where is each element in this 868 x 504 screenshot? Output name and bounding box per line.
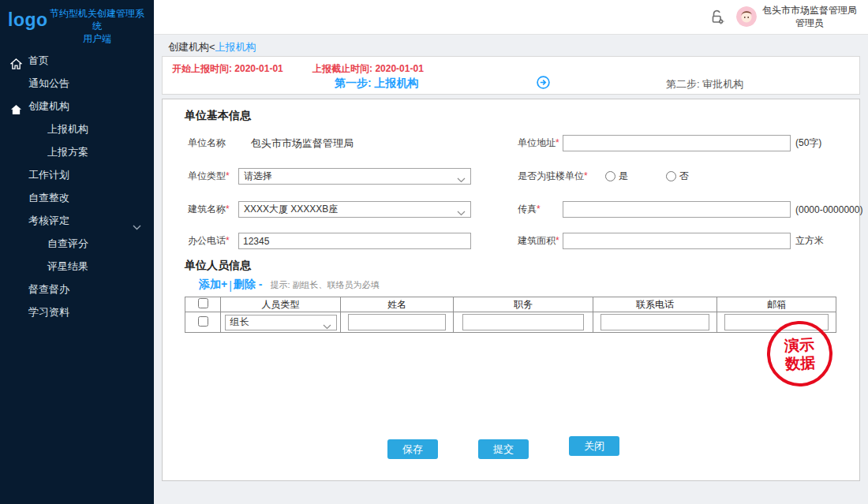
user-info: 包头市市场监督管理局 管理员 (762, 4, 857, 29)
sidebar-item-study-materials[interactable]: 学习资料 (0, 301, 154, 323)
office-phone-input[interactable] (238, 233, 471, 249)
form-row: 建筑名称* XXXX大厦 XXXXXB座 传真* (0000-0000000) (188, 200, 844, 218)
required-star: * (226, 235, 230, 246)
building-name-select[interactable]: XXXX大厦 XXXXXB座 (238, 201, 471, 218)
fax-input[interactable] (563, 201, 791, 218)
add-row-button[interactable]: 添加+ (199, 278, 227, 292)
staff-hint: 提示: 副组长、联络员为必填 (270, 279, 379, 292)
unit-type-selected: 请选择 (244, 170, 272, 183)
col-header-name: 姓名 (341, 297, 454, 312)
avatar[interactable] (736, 6, 757, 27)
building-area-suffix: 立方米 (795, 234, 824, 248)
radio-no-input[interactable] (666, 171, 676, 181)
sidebar-item-label: 学习资料 (28, 306, 69, 318)
required-star: * (556, 235, 559, 246)
form-row: 办公电话* 建筑面积* 立方米 (188, 232, 844, 250)
sidebar-item-home[interactable]: 首页 (0, 49, 154, 72)
sidebar-item-supervision[interactable]: 督查督办 (0, 278, 154, 301)
unit-address-input[interactable] (563, 135, 791, 151)
stamp-line1: 演示 (784, 335, 814, 355)
building-name-label: 建筑名称* (188, 203, 238, 216)
building-area-input[interactable] (563, 233, 791, 249)
staff-toolbar: 添加+ | 删除 - 提示: 副组长、联络员为必填 (199, 278, 380, 292)
start-date-value: 2020-01-01 (234, 63, 282, 74)
sidebar-item-label: 督查督办 (28, 283, 69, 295)
radio-yes[interactable]: 是 (605, 170, 628, 183)
required-star: * (584, 170, 588, 181)
submit-button[interactable]: 提交 (478, 439, 529, 459)
unit-address-label: 单位地址* (518, 136, 563, 150)
delete-row-button[interactable]: 删除 - (234, 278, 263, 292)
sidebar-item-self-score[interactable]: 自查评分 (0, 232, 154, 255)
required-star: * (226, 203, 230, 215)
breadcrumb-separator: < (209, 41, 215, 53)
person-name-input[interactable] (348, 314, 447, 330)
sidebar-item-label: 自查评分 (47, 237, 88, 249)
close-button[interactable]: 关闭 (569, 436, 619, 456)
basic-info-title: 单位基本信息 (185, 109, 251, 123)
col-header-email: 邮箱 (717, 297, 836, 312)
building-name-selected: XXXX大厦 XXXXXB座 (244, 203, 338, 216)
sidebar-item-label: 自查整改 (28, 192, 69, 203)
col-header-phone: 联系电话 (593, 297, 717, 312)
office-phone-label: 办公电话* (188, 234, 238, 248)
person-type-select[interactable]: 组长 (225, 315, 337, 330)
select-all-checkbox[interactable] (198, 298, 208, 308)
person-type-selected: 组长 (230, 315, 249, 329)
radio-yes-label: 是 (619, 170, 628, 183)
app-title: 节约型机关创建管理系统 用户端 (46, 7, 148, 45)
required-star: * (537, 203, 541, 215)
staff-info-title: 单位人员信息 (185, 259, 251, 273)
staff-table: 人员类型 姓名 职务 联系电话 邮箱 组长 (185, 297, 836, 333)
save-button[interactable]: 保存 (387, 439, 438, 459)
app-title-line2: 用户端 (46, 32, 148, 45)
col-header-duty: 职务 (454, 297, 593, 312)
radio-no[interactable]: 否 (666, 170, 689, 183)
col-header-person-type: 人员类型 (221, 297, 341, 312)
sidebar-item-report-plan[interactable]: 上报方案 (0, 140, 154, 163)
sidebar-item-label: 工作计划 (28, 169, 69, 181)
person-duty-input[interactable] (462, 314, 585, 330)
sidebar-item-work-plan[interactable]: 工作计划 (0, 163, 154, 186)
app-title-line1: 节约型机关创建管理系统 (46, 7, 148, 32)
sidebar-item-label: 首页 (28, 54, 49, 66)
radio-yes-input[interactable] (605, 171, 615, 181)
user-role: 管理员 (762, 17, 857, 29)
staff-table-row: 组长 (185, 312, 836, 333)
sidebar-item-report-org[interactable]: 上报机构 (0, 118, 154, 140)
sidebar-item-assessment[interactable]: 考核评定 (0, 209, 154, 232)
sidebar-item-label: 评星结果 (47, 260, 88, 272)
staff-table-header-row: 人员类型 姓名 职务 联系电话 邮箱 (185, 297, 836, 312)
step1-label: 第一步: 上报机构 (335, 77, 419, 91)
unit-name-value: 包头市市场监督管理局 (251, 136, 354, 151)
sidebar-item-label: 通知公告 (28, 77, 69, 89)
required-star: * (556, 137, 559, 148)
breadcrumb: 创建机构<上报机构 (168, 40, 256, 54)
breadcrumb-current[interactable]: 上报机构 (215, 41, 256, 53)
sidebar-item-label: 考核评定 (28, 215, 69, 226)
sidebar-item-star-results[interactable]: 评星结果 (0, 255, 154, 278)
lock-settings-icon[interactable] (709, 9, 725, 25)
arrow-right-circle-icon (537, 76, 550, 92)
step-panel: 开始上报时间: 2020-01-01 上报截止时间: 2020-01-01 第一… (162, 56, 860, 95)
sidebar-nav: 首页 通知公告 创建机构 上报机构 上报方案 工作计划 自查整改 考核评定 (0, 49, 154, 323)
unit-type-label: 单位类型* (188, 170, 238, 183)
deadline-value: 2020-01-01 (375, 63, 423, 74)
building-area-label: 建筑面积* (518, 234, 563, 248)
report-dates: 开始上报时间: 2020-01-01 上报截止时间: 2020-01-01 (172, 62, 424, 76)
logo-area: logo 节约型机关创建管理系统 用户端 (0, 0, 154, 43)
breadcrumb-parent: 创建机构 (168, 41, 209, 53)
person-phone-input[interactable] (600, 314, 709, 330)
sidebar: logo 节约型机关创建管理系统 用户端 首页 通知公告 创建机构 上报机构 上… (0, 0, 154, 504)
chevron-down-icon (323, 321, 331, 330)
sidebar-item-self-check[interactable]: 自查整改 (0, 186, 154, 209)
home-icon (10, 54, 23, 67)
required-star: * (226, 170, 230, 181)
sidebar-item-label: 创建机构 (28, 100, 69, 112)
unit-type-select[interactable]: 请选择 (238, 168, 471, 185)
start-date-label: 开始上报时间: (172, 63, 232, 74)
deadline-label: 上报截止时间: (312, 63, 372, 74)
sidebar-item-create-org[interactable]: 创建机构 (0, 95, 154, 118)
sidebar-item-notices[interactable]: 通知公告 (0, 72, 154, 95)
row-checkbox[interactable] (198, 316, 208, 327)
